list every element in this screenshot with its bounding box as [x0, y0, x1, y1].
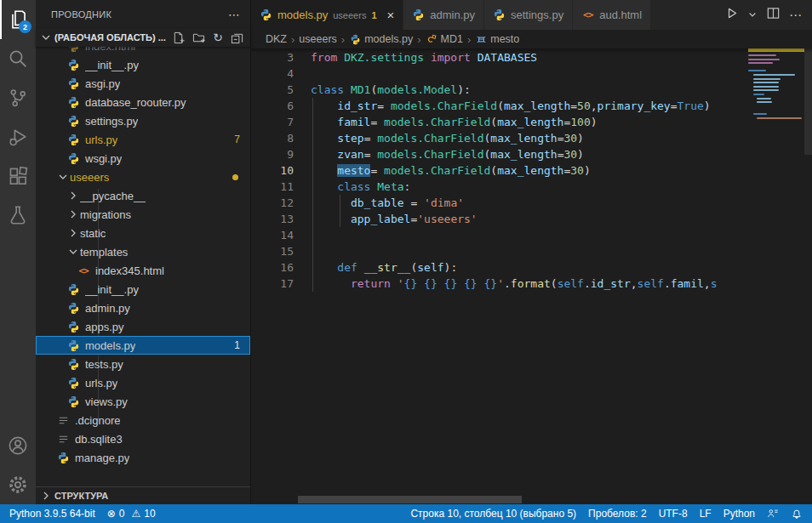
breadcrumb-item-models-py[interactable]: models.py	[349, 33, 413, 45]
tree-item--init-py[interactable]: __init__.py	[36, 280, 250, 298]
code-text: class Meta:	[311, 179, 410, 195]
run-python-file-icon[interactable]	[724, 6, 739, 24]
breadcrumb-item-mesto[interactable]: mesto	[475, 33, 519, 45]
tree-folder-migrations[interactable]: migrations	[36, 205, 250, 224]
tab-settings-py[interactable]: settings.py	[484, 0, 573, 30]
indent-guide	[312, 98, 313, 292]
tree-folder-useeers[interactable]: useeers	[36, 168, 250, 186]
new-file-icon[interactable]	[172, 31, 185, 44]
tab-aud-html[interactable]: <>aud.html	[573, 0, 651, 30]
breadcrumb-item-dkz[interactable]: DKZ	[266, 33, 287, 45]
line-number: 10	[251, 162, 294, 179]
activity-extensions-icon[interactable]	[0, 156, 36, 196]
line-number: 3	[251, 49, 294, 65]
activity-testing-icon[interactable]	[0, 196, 36, 235]
chevron-right-icon	[66, 226, 80, 240]
minimap-line	[748, 54, 776, 56]
tree-folder-templates[interactable]: templates	[36, 242, 250, 261]
scrollbar-slider[interactable]	[804, 48, 812, 155]
class-icon	[426, 33, 437, 45]
activity-account-icon[interactable]	[0, 426, 36, 465]
minimap-line	[753, 86, 779, 88]
tree-item-admin-py[interactable]: admin.py	[36, 298, 250, 317]
tree-item-manage-py[interactable]: manage.py	[36, 448, 250, 467]
tree-item-label: __pycache__	[80, 190, 146, 202]
breadcrumb-item-md1[interactable]: MD1	[426, 33, 463, 45]
tree-item-index345-html[interactable]: <>index345.html	[36, 261, 250, 280]
python-interpreter-status[interactable]: Python 3.9.5 64-bit	[3, 504, 101, 523]
code-text: class MD1(models.Model):	[311, 82, 471, 98]
breadcrumb-label: DKZ	[266, 33, 287, 45]
settings-lines-icon	[56, 413, 70, 427]
tree-item-db-sqlite3[interactable]: db.sqlite3	[36, 429, 250, 448]
tree-item-urls-py[interactable]: urls.py7	[36, 130, 250, 149]
activity-bar-spacer	[0, 235, 36, 426]
code-area[interactable]: 3from DKZ.settings import DATABASES45cla…	[251, 49, 745, 504]
activity-explorer-icon[interactable]: 2	[0, 0, 36, 39]
chevron-right-icon	[66, 207, 80, 221]
more-actions-icon[interactable]: ⋯	[789, 8, 802, 23]
activity-settings-icon[interactable]	[0, 465, 36, 504]
tree-item--dcignore[interactable]: .dcignore	[36, 411, 250, 429]
tree-item-asgi-py[interactable]: asgi.py	[36, 74, 250, 93]
activity-search-icon[interactable]	[0, 39, 36, 78]
outline-section[interactable]: СТРУКТУРА	[36, 486, 250, 504]
tree-item-database-roouter-py[interactable]: database_roouter.py	[36, 93, 250, 111]
tree-folder-static[interactable]: static	[36, 224, 250, 242]
warning-icon: ⚠	[131, 508, 140, 520]
tree-item-tests-py[interactable]: tests.py	[36, 355, 250, 373]
tree-item-index-html[interactable]: index.html	[36, 47, 250, 55]
tree-item-urls-py[interactable]: urls.py	[36, 373, 250, 392]
feedback-icon[interactable]	[761, 504, 785, 523]
python-file-icon	[66, 320, 80, 333]
python-file-icon	[66, 376, 80, 389]
breadcrumb-item-useeers[interactable]: useeers	[299, 33, 336, 45]
activity-source-control-icon[interactable]	[0, 78, 36, 117]
workspace-label: (РАБОЧАЯ ОБЛАСТЬ) ...	[54, 32, 166, 43]
activity-run-debug-icon[interactable]	[0, 117, 36, 156]
tree-item-label: urls.py	[85, 134, 117, 146]
minimap-line	[753, 94, 764, 95]
refresh-icon[interactable]: ↻	[213, 31, 223, 43]
tree-item-label: useeers	[70, 171, 109, 184]
tree-item-models-py[interactable]: models.py1	[36, 336, 250, 355]
tree-item-label: wsgi.py	[85, 152, 122, 165]
split-editor-icon[interactable]	[766, 6, 781, 24]
indentation-status[interactable]: Пробелов: 2	[582, 504, 653, 523]
tree-folder--pycache-[interactable]: __pycache__	[36, 186, 250, 205]
tree-item-apps-py[interactable]: apps.py	[36, 317, 250, 336]
problems-status[interactable]: ⊗ 0 ⚠ 10	[101, 504, 162, 523]
new-folder-icon[interactable]	[192, 31, 205, 44]
horizontal-scrollbar[interactable]	[298, 496, 522, 503]
run-dropdown-chevron-icon[interactable]	[747, 8, 758, 23]
minimap-line	[757, 98, 771, 99]
tab-admin-py[interactable]: admin.py	[403, 0, 484, 30]
tree-item-label: views.py	[85, 395, 128, 408]
html-file-icon: <>	[581, 9, 594, 21]
tree-item-wsgi-py[interactable]: wsgi.py	[36, 149, 250, 168]
tree-item-label: apps.py	[85, 321, 124, 333]
eol-status[interactable]: LF	[694, 504, 718, 523]
close-icon[interactable]: ×	[387, 9, 395, 21]
cursor-position-status[interactable]: Строка 10, столбец 10 (выбрано 5)	[404, 504, 582, 523]
tab-models-py[interactable]: models.pyuseeers1×	[251, 0, 403, 30]
encoding-status[interactable]: UTF-8	[653, 504, 694, 523]
workspace-section-header[interactable]: (РАБОЧАЯ ОБЛАСТЬ) ... ↻	[36, 28, 250, 47]
modified-dot-badge	[232, 174, 238, 180]
tree-item--init-py[interactable]: __init__.py	[36, 55, 250, 74]
notifications-bell-icon[interactable]	[785, 504, 809, 523]
tree-item-settings-py[interactable]: settings.py	[36, 111, 250, 130]
line-number: 11	[251, 179, 294, 195]
minimap[interactable]	[748, 48, 804, 504]
tree-item-views-py[interactable]: views.py	[36, 392, 250, 411]
chevron-right-icon	[39, 489, 53, 503]
explorer-more-icon[interactable]: ⋯	[228, 8, 240, 21]
error-count: 0	[119, 508, 125, 520]
editor-group: models.pyuseeers1×admin.pysettings.py<>a…	[251, 0, 812, 504]
collapse-all-icon[interactable]	[231, 31, 243, 44]
status-bar: Python 3.9.5 64-bit ⊗ 0 ⚠ 10 Строка 10, …	[0, 504, 812, 523]
tree-item-label: index.html	[85, 47, 135, 53]
overview-ruler[interactable]	[804, 48, 812, 504]
language-mode-status[interactable]: Python	[718, 504, 761, 523]
code-editor[interactable]: 3from DKZ.settings import DATABASES45cla…	[251, 48, 812, 504]
